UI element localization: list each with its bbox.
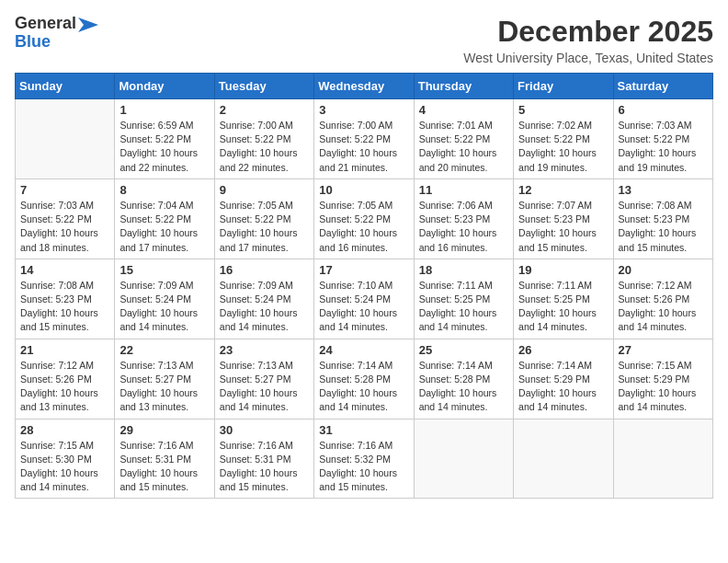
calendar-cell: 7Sunrise: 7:03 AM Sunset: 5:22 PM Daylig… xyxy=(16,178,115,259)
month-title: December 2025 xyxy=(463,15,713,49)
weekday-header-thursday: Thursday xyxy=(414,74,513,99)
day-number: 31 xyxy=(319,423,408,437)
calendar-cell: 21Sunrise: 7:12 AM Sunset: 5:26 PM Dayli… xyxy=(16,339,115,419)
day-number: 20 xyxy=(619,263,708,277)
calendar-cell: 1Sunrise: 6:59 AM Sunset: 5:22 PM Daylig… xyxy=(115,99,214,179)
day-number: 16 xyxy=(220,263,309,277)
day-info: Sunrise: 7:02 AM Sunset: 5:22 PM Dayligh… xyxy=(518,119,608,175)
calendar-cell: 26Sunrise: 7:14 AM Sunset: 5:29 PM Dayli… xyxy=(514,339,613,419)
day-info: Sunrise: 7:13 AM Sunset: 5:27 PM Dayligh… xyxy=(119,359,209,415)
day-number: 4 xyxy=(419,103,508,117)
calendar-cell: 4Sunrise: 7:01 AM Sunset: 5:22 PM Daylig… xyxy=(414,99,513,179)
calendar-body: 1Sunrise: 6:59 AM Sunset: 5:22 PM Daylig… xyxy=(16,99,713,499)
day-number: 13 xyxy=(619,183,708,197)
calendar-cell: 19Sunrise: 7:11 AM Sunset: 5:25 PM Dayli… xyxy=(514,259,613,339)
weekday-header-saturday: Saturday xyxy=(613,74,712,99)
logo-text-general: General xyxy=(15,15,76,33)
calendar-cell: 13Sunrise: 7:08 AM Sunset: 5:23 PM Dayli… xyxy=(613,178,712,259)
day-number: 17 xyxy=(319,263,408,277)
calendar-week-4: 21Sunrise: 7:12 AM Sunset: 5:26 PM Dayli… xyxy=(16,339,713,419)
day-info: Sunrise: 7:00 AM Sunset: 5:22 PM Dayligh… xyxy=(319,119,408,175)
weekday-header-sunday: Sunday xyxy=(16,74,115,99)
title-area: December 2025 West University Place, Tex… xyxy=(463,15,713,65)
calendar-cell: 6Sunrise: 7:03 AM Sunset: 5:22 PM Daylig… xyxy=(613,99,712,179)
calendar-cell: 5Sunrise: 7:02 AM Sunset: 5:22 PM Daylig… xyxy=(514,99,613,179)
day-info: Sunrise: 7:16 AM Sunset: 5:31 PM Dayligh… xyxy=(119,439,209,495)
calendar-cell xyxy=(414,419,513,499)
calendar-table: SundayMondayTuesdayWednesdayThursdayFrid… xyxy=(15,73,713,499)
day-info: Sunrise: 7:06 AM Sunset: 5:23 PM Dayligh… xyxy=(419,199,508,255)
day-number: 23 xyxy=(220,343,309,357)
logo-arrow-icon xyxy=(78,17,98,32)
calendar-cell: 16Sunrise: 7:09 AM Sunset: 5:24 PM Dayli… xyxy=(214,259,313,339)
day-info: Sunrise: 7:03 AM Sunset: 5:22 PM Dayligh… xyxy=(20,199,109,255)
weekday-row: SundayMondayTuesdayWednesdayThursdayFrid… xyxy=(16,74,713,99)
calendar-cell: 14Sunrise: 7:08 AM Sunset: 5:23 PM Dayli… xyxy=(16,259,115,339)
weekday-header-friday: Friday xyxy=(514,74,613,99)
page-header: General Blue December 2025 West Universi… xyxy=(15,15,713,65)
day-number: 27 xyxy=(619,343,708,357)
day-info: Sunrise: 7:05 AM Sunset: 5:22 PM Dayligh… xyxy=(220,199,309,255)
day-info: Sunrise: 7:11 AM Sunset: 5:25 PM Dayligh… xyxy=(419,279,508,335)
day-number: 14 xyxy=(20,263,109,277)
calendar-cell xyxy=(613,419,712,499)
calendar-cell: 3Sunrise: 7:00 AM Sunset: 5:22 PM Daylig… xyxy=(314,99,414,179)
svg-marker-0 xyxy=(78,17,98,32)
day-number: 3 xyxy=(319,103,408,117)
calendar-cell: 8Sunrise: 7:04 AM Sunset: 5:22 PM Daylig… xyxy=(115,178,214,259)
day-info: Sunrise: 7:05 AM Sunset: 5:22 PM Dayligh… xyxy=(319,199,408,255)
day-number: 9 xyxy=(220,183,309,197)
day-info: Sunrise: 7:08 AM Sunset: 5:23 PM Dayligh… xyxy=(20,279,109,335)
calendar-week-5: 28Sunrise: 7:15 AM Sunset: 5:30 PM Dayli… xyxy=(16,419,713,499)
weekday-header-wednesday: Wednesday xyxy=(314,74,414,99)
day-info: Sunrise: 7:15 AM Sunset: 5:30 PM Dayligh… xyxy=(20,439,109,495)
day-number: 2 xyxy=(220,103,309,117)
day-number: 25 xyxy=(419,343,508,357)
calendar-cell: 15Sunrise: 7:09 AM Sunset: 5:24 PM Dayli… xyxy=(115,259,214,339)
day-number: 11 xyxy=(419,183,508,197)
day-info: Sunrise: 7:14 AM Sunset: 5:29 PM Dayligh… xyxy=(518,359,608,415)
calendar-cell: 28Sunrise: 7:15 AM Sunset: 5:30 PM Dayli… xyxy=(16,419,115,499)
day-info: Sunrise: 7:12 AM Sunset: 5:26 PM Dayligh… xyxy=(619,279,708,335)
calendar-cell: 10Sunrise: 7:05 AM Sunset: 5:22 PM Dayli… xyxy=(314,178,414,259)
calendar-cell xyxy=(514,419,613,499)
day-number: 19 xyxy=(518,263,608,277)
day-number: 26 xyxy=(518,343,608,357)
day-number: 28 xyxy=(20,423,109,437)
day-info: Sunrise: 7:03 AM Sunset: 5:22 PM Dayligh… xyxy=(619,119,708,175)
calendar-cell: 27Sunrise: 7:15 AM Sunset: 5:29 PM Dayli… xyxy=(613,339,712,419)
day-info: Sunrise: 7:14 AM Sunset: 5:28 PM Dayligh… xyxy=(419,359,508,415)
calendar-cell xyxy=(16,99,115,179)
day-info: Sunrise: 7:07 AM Sunset: 5:23 PM Dayligh… xyxy=(518,199,608,255)
day-info: Sunrise: 7:08 AM Sunset: 5:23 PM Dayligh… xyxy=(619,199,708,255)
day-number: 24 xyxy=(319,343,408,357)
calendar-cell: 22Sunrise: 7:13 AM Sunset: 5:27 PM Dayli… xyxy=(115,339,214,419)
day-number: 29 xyxy=(119,423,209,437)
calendar-cell: 18Sunrise: 7:11 AM Sunset: 5:25 PM Dayli… xyxy=(414,259,513,339)
weekday-header-tuesday: Tuesday xyxy=(214,74,313,99)
calendar-cell: 2Sunrise: 7:00 AM Sunset: 5:22 PM Daylig… xyxy=(214,99,313,179)
day-info: Sunrise: 7:16 AM Sunset: 5:32 PM Dayligh… xyxy=(319,439,408,495)
day-info: Sunrise: 7:09 AM Sunset: 5:24 PM Dayligh… xyxy=(220,279,309,335)
calendar-cell: 24Sunrise: 7:14 AM Sunset: 5:28 PM Dayli… xyxy=(314,339,414,419)
day-info: Sunrise: 7:11 AM Sunset: 5:25 PM Dayligh… xyxy=(518,279,608,335)
day-number: 15 xyxy=(119,263,209,277)
calendar-cell: 17Sunrise: 7:10 AM Sunset: 5:24 PM Dayli… xyxy=(314,259,414,339)
calendar-cell: 12Sunrise: 7:07 AM Sunset: 5:23 PM Dayli… xyxy=(514,178,613,259)
logo: General Blue xyxy=(15,15,98,52)
calendar-week-3: 14Sunrise: 7:08 AM Sunset: 5:23 PM Dayli… xyxy=(16,259,713,339)
calendar-cell: 31Sunrise: 7:16 AM Sunset: 5:32 PM Dayli… xyxy=(314,419,414,499)
day-info: Sunrise: 7:14 AM Sunset: 5:28 PM Dayligh… xyxy=(319,359,408,415)
calendar-cell: 25Sunrise: 7:14 AM Sunset: 5:28 PM Dayli… xyxy=(414,339,513,419)
calendar-week-1: 1Sunrise: 6:59 AM Sunset: 5:22 PM Daylig… xyxy=(16,99,713,179)
day-number: 10 xyxy=(319,183,408,197)
day-info: Sunrise: 7:13 AM Sunset: 5:27 PM Dayligh… xyxy=(220,359,309,415)
day-number: 21 xyxy=(20,343,109,357)
day-number: 6 xyxy=(619,103,708,117)
calendar-cell: 23Sunrise: 7:13 AM Sunset: 5:27 PM Dayli… xyxy=(214,339,313,419)
day-number: 7 xyxy=(20,183,109,197)
logo-text-blue: Blue xyxy=(15,32,51,51)
day-info: Sunrise: 7:01 AM Sunset: 5:22 PM Dayligh… xyxy=(419,119,508,175)
day-number: 18 xyxy=(419,263,508,277)
day-info: Sunrise: 7:09 AM Sunset: 5:24 PM Dayligh… xyxy=(119,279,209,335)
